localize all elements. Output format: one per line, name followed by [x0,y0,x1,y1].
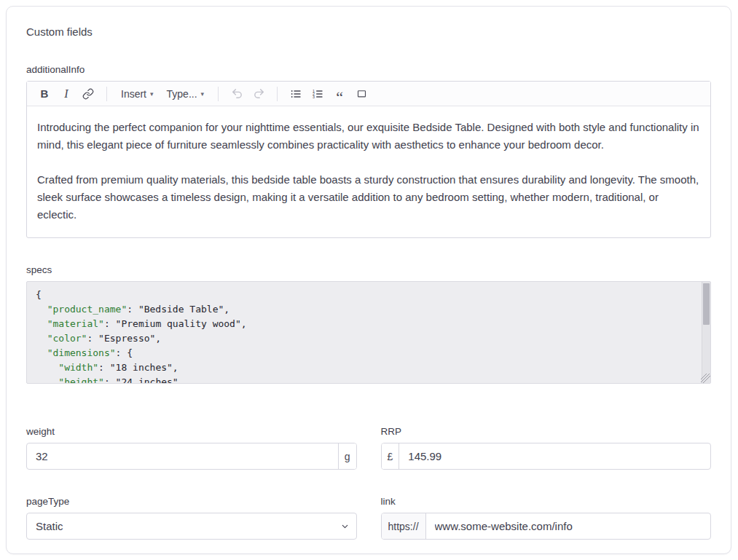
rrp-label: RRP [381,426,712,437]
code-line: "color": "Espresso", [36,331,700,346]
code-line: "height": "24 inches", [36,375,700,384]
toolbar-separator [218,87,219,101]
code-line: "width": "18 inches", [36,360,700,375]
bold-button[interactable]: B [34,84,55,103]
rrp-input[interactable] [399,443,710,469]
link-icon [82,88,94,100]
rrp-input-group: £ [381,443,712,470]
undo-button[interactable] [227,84,247,103]
field-link: link https:// [381,496,712,540]
resize-handle[interactable] [701,374,710,383]
field-additional-info: additionalInfo B I Insert ▾ Type... ▾ [26,64,711,238]
fields-row-pagetype-link: pageType Static link https:// [26,496,711,540]
field-specs: specs { "product_name": "Bedside Table",… [26,264,711,384]
rte-content-area[interactable]: Introducing the perfect companion for yo… [27,106,710,237]
fields-row-weight-rrp: weight g RRP £ [26,426,711,470]
type-dropdown-label: Type... [167,88,197,100]
json-code-editor[interactable]: { "product_name": "Bedside Table", "mate… [26,281,711,384]
field-weight: weight g [26,426,357,470]
code-line: { [36,288,700,302]
link-label: link [381,496,712,507]
link-input-group: https:// [381,513,712,540]
ordered-list-button[interactable]: 123 [307,84,328,103]
rte-toolbar: B I Insert ▾ Type... ▾ [27,82,710,106]
field-page-type: pageType Static [26,496,357,540]
insert-dropdown[interactable]: Insert ▾ [115,84,160,103]
toolbar-separator [106,87,107,101]
link-input[interactable] [426,513,710,539]
blockquote-icon: “ [336,94,343,101]
ordered-list-icon: 123 [312,88,323,100]
weight-label: weight [26,426,357,437]
vertical-scrollbar[interactable] [702,282,710,383]
rte-paragraph: Introducing the perfect companion for yo… [37,119,700,154]
page-type-select-wrap: Static [26,513,357,540]
type-dropdown[interactable]: Type... ▾ [161,84,211,103]
custom-fields-panel: Custom fields additionalInfo B I Insert … [6,6,731,554]
svg-text:3: 3 [313,94,315,98]
toolbar-separator [277,87,278,101]
link-protocol-prefix: https:// [382,513,426,539]
chevron-down-icon: ▾ [150,90,154,98]
weight-unit-suffix: g [338,443,356,469]
weight-input[interactable] [27,443,338,469]
panel-title: Custom fields [26,25,711,38]
code-line: "product_name": "Bedside Table", [36,302,700,317]
additional-info-label: additionalInfo [26,64,711,75]
rich-text-editor: B I Insert ▾ Type... ▾ [26,81,711,238]
italic-button[interactable]: I [56,84,76,103]
page-type-select[interactable]: Static [26,513,357,540]
undo-icon [231,87,243,100]
image-button[interactable] [351,84,372,103]
page-type-label: pageType [26,496,357,507]
code-line: "dimensions": { [36,346,700,360]
link-button[interactable] [78,84,98,103]
redo-button[interactable] [248,84,269,103]
chevron-down-icon: ▾ [201,90,205,98]
specs-label: specs [26,264,711,275]
rte-paragraph: Crafted from premium quality materials, … [37,171,700,224]
image-placeholder-icon [356,88,367,99]
blockquote-button[interactable]: “ [329,84,350,103]
insert-dropdown-label: Insert [121,88,146,100]
bullet-list-button[interactable] [286,84,306,103]
code-line: "material": "Premium quality wood", [36,317,700,331]
redo-icon [253,87,265,100]
scrollbar-thumb[interactable] [703,283,710,325]
bullet-list-icon [290,88,302,100]
weight-input-group: g [26,443,357,470]
field-rrp: RRP £ [381,426,712,470]
rrp-currency-prefix: £ [382,443,400,469]
